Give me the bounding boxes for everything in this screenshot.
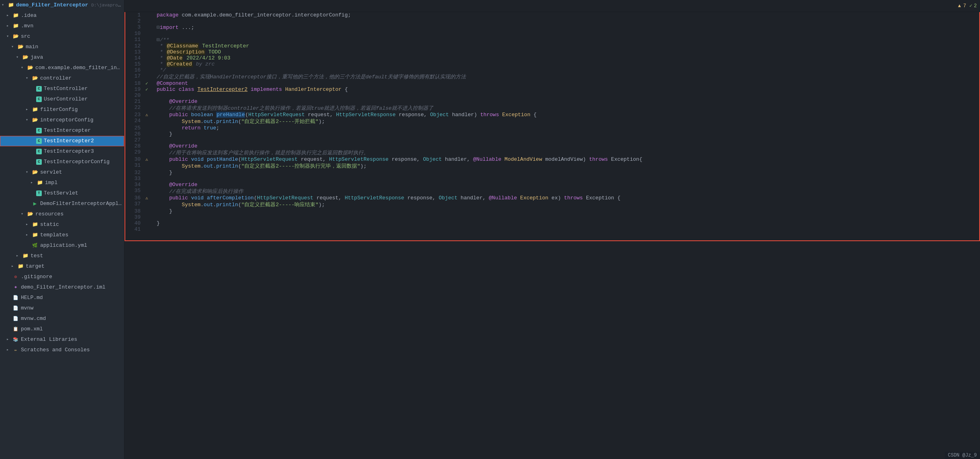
impl-icon: 📁: [36, 179, 43, 186]
line-content-24: System.out.println("自定义拦截器2-----开始拦截");: [153, 118, 979, 125]
code-line-38: 38 }: [125, 208, 979, 214]
sidebar-item-usercontroller[interactable]: C UserController: [0, 94, 124, 105]
templates-icon: 📁: [31, 232, 39, 239]
com-label: com.example.demo_filter_interceptor: [35, 64, 122, 72]
sidebar-item-com[interactable]: 📂 com.example.demo_filter_interceptor: [0, 63, 124, 73]
line-content-33: [153, 176, 979, 182]
gutter-24: [145, 118, 153, 125]
gutter-15: [145, 61, 153, 67]
sidebar-item-app[interactable]: ▶ DemoFilterInterceptorApplication: [0, 199, 124, 209]
line-num-23: 23: [125, 112, 145, 118]
gutter-16: [145, 67, 153, 73]
line-num-27: 27: [125, 137, 145, 143]
sidebar-item-scratches[interactable]: ✏ Scratches and Consoles: [0, 345, 124, 355]
gutter-41: [145, 226, 153, 232]
line-num-1: 1: [125, 12, 145, 18]
sidebar-item-resources[interactable]: 📂 resources: [0, 209, 124, 219]
line-num-17: 17: [125, 73, 145, 80]
file-tree[interactable]: 📁 demo_Filter_Interceptor D:\javaproject…: [0, 0, 125, 459]
sidebar-item-servlet[interactable]: 📂 servlet: [0, 167, 124, 178]
gutter-28: [145, 143, 153, 149]
sidebar-item-target[interactable]: 📁 target: [0, 261, 124, 272]
line-content-20: [153, 92, 979, 98]
src-label: src: [21, 32, 122, 41]
controller-label: controller: [40, 74, 122, 83]
sidebar-item-mvn[interactable]: 📁 .mvn: [0, 21, 124, 31]
gutter-19: ✓: [145, 86, 153, 92]
gutter-26: [145, 131, 153, 137]
line-num-15: 15: [125, 61, 145, 67]
sidebar-item-controller[interactable]: 📂 controller: [0, 73, 124, 84]
editor-area: ▲ 7 ✓ 2 1 package com.example.demo_filte…: [125, 0, 980, 459]
sidebar-item-application-yml[interactable]: 🌿 application.yml: [0, 240, 124, 251]
sidebar-item-testintercepter2[interactable]: C TestIntercepter2: [0, 136, 124, 146]
gutter-10: [145, 31, 153, 37]
gutter-35: [145, 188, 153, 195]
idea-label: .idea: [21, 11, 122, 20]
code-lines: 1 package com.example.demo_filter_interc…: [125, 12, 980, 241]
gutter-22: [145, 105, 153, 112]
sidebar-item-templates[interactable]: 📁 templates: [0, 230, 124, 240]
sidebar-item-testcontroller[interactable]: C TestController: [0, 84, 124, 94]
sidebar-item-idea[interactable]: 📁 .idea: [0, 10, 124, 21]
app-icon: ▶: [31, 200, 39, 207]
sidebar-item-extlib[interactable]: 📚 External Libraries: [0, 334, 124, 345]
sidebar-item-src[interactable]: 📂 src: [0, 31, 124, 42]
line-content-23: public boolean preHandle(HttpServletRequ…: [153, 112, 979, 118]
code-line-1: 1 package com.example.demo_filter_interc…: [125, 12, 979, 18]
res-arrow: [21, 210, 27, 219]
mvnw-label: mvnw: [21, 304, 122, 313]
sidebar-item-filterconfig[interactable]: 📁 filterConfig: [0, 105, 124, 115]
line-content-22: //在将请求发送到控制器controller之前执行操作，若返回true就进入控…: [153, 105, 979, 112]
sidebar-item-impl[interactable]: 📁 impl: [0, 178, 124, 188]
line-content-3: ⊟import ...;: [153, 24, 979, 31]
sidebar-item-testintercepter[interactable]: C TestIntercepter: [0, 125, 124, 136]
sidebar-item-pom[interactable]: 📋 pom.xml: [0, 324, 124, 334]
line-num-12: 12: [125, 43, 145, 49]
code-line-12: 12 * @Classname TestIntercepter: [125, 43, 979, 49]
gutter-31: [145, 162, 153, 170]
sidebar-item-iml[interactable]: ◈ demo_Filter_Interceptor.iml: [0, 282, 124, 293]
gutter-warn-23: ⚠: [145, 113, 148, 117]
line-content-17: //自定义拦截器，实现HandlerInterceptor接口，重写他的三个方法…: [153, 73, 979, 80]
line-num-37: 37: [125, 201, 145, 208]
line-num-20: 20: [125, 92, 145, 98]
target-arrow: [11, 262, 17, 271]
line-content-41: [153, 226, 979, 232]
ti1-icon: C: [36, 128, 42, 133]
sidebar-item-main[interactable]: 📂 main: [0, 42, 124, 52]
sidebar-item-testinterceptorconfig[interactable]: C TestInterceptorConfig: [0, 157, 124, 167]
idea-arrow: [6, 11, 12, 20]
gutter-40: [145, 220, 153, 226]
sidebar-item-help[interactable]: 📄 HELP.md: [0, 293, 124, 303]
sidebar-item-test[interactable]: 📁 test: [0, 251, 124, 261]
code-line-25: 25 return true;: [125, 125, 979, 131]
code-editor[interactable]: 1 package com.example.demo_filter_interc…: [125, 12, 980, 459]
project-root[interactable]: 📁 demo_Filter_Interceptor D:\javaproject…: [0, 0, 124, 10]
sidebar-item-interceptorconfig[interactable]: 📂 interceptorConfig: [0, 115, 124, 125]
line-content-27: [153, 137, 979, 143]
code-line-16: 16 */: [125, 67, 979, 73]
code-line-37: 37 System.out.println("自定义拦截器2-----响应结束"…: [125, 201, 979, 208]
controller-icon: 📂: [31, 75, 39, 82]
code-line-22: 22 //在将请求发送到控制器controller之前执行操作，若返回true就…: [125, 105, 979, 112]
gutter-warn-30: ⚠: [145, 157, 148, 162]
code-line-40: 40 }: [125, 220, 979, 226]
line-content-15: * @Created by zrc: [153, 61, 979, 67]
line-num-13: 13: [125, 49, 145, 55]
src-arrow: [6, 32, 12, 41]
sidebar-item-java[interactable]: 📂 java: [0, 52, 124, 63]
sidebar-item-testservlet[interactable]: T TestServlet: [0, 188, 124, 199]
project-title: demo_Filter_Interceptor D:\javaproject\d…: [16, 1, 122, 10]
target-icon: 📁: [17, 263, 24, 270]
sidebar-item-gitignore[interactable]: ⊙ .gitignore: [0, 272, 124, 282]
res-icon: 📂: [27, 211, 34, 218]
static-icon: 📁: [31, 221, 39, 228]
sidebar-item-mvnw[interactable]: 📄 mvnw: [0, 303, 124, 314]
sidebar-item-testintercepter3[interactable]: C TestIntercepter3: [0, 146, 124, 157]
gutter-check-18: ✓: [145, 81, 148, 86]
fc-icon: 📁: [31, 106, 39, 113]
sidebar-item-static[interactable]: 📁 static: [0, 219, 124, 230]
ti2-label: TestIntercepter2: [44, 137, 122, 145]
sidebar-item-mvnwcmd[interactable]: 📄 mvnw.cmd: [0, 314, 124, 324]
